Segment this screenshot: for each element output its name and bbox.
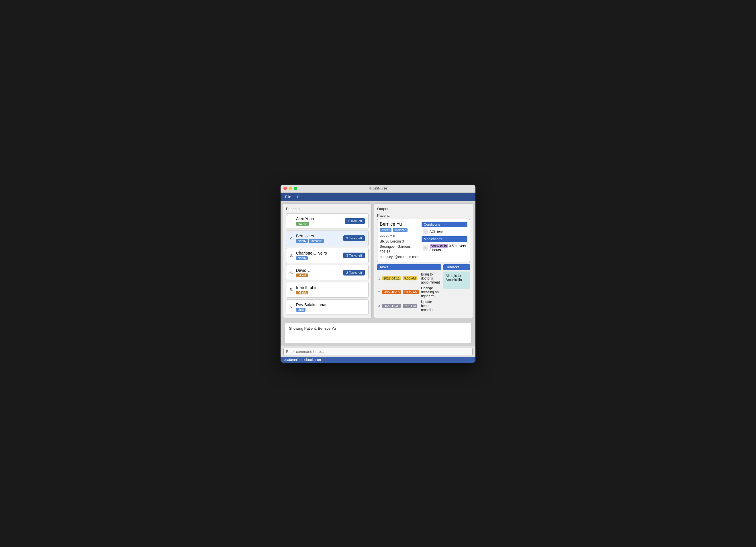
task-desc-1: Bring to doctor's appointment — [420, 271, 441, 285]
tasks-badge-3: 3 Tasks left — [343, 252, 365, 258]
remarks-box: Allergic to Amoxicillin — [443, 271, 470, 289]
task-row-2: 2 2022-10-16 10:15 AM Change dressing on… — [377, 285, 441, 299]
patient-number-3: 3. — [290, 253, 296, 257]
patient-number-1: 1. — [290, 219, 296, 223]
tag-immobile-2: immobile — [309, 239, 324, 243]
task-date-1: 2022-04-11 — [381, 271, 402, 285]
menu-file[interactable]: File — [283, 194, 293, 199]
task-time-badge-1: 9:00 AM — [403, 277, 417, 281]
status-box: Showing Patient: Bernice Yu — [285, 323, 471, 343]
patient-card-1[interactable]: 1. Alex Yeoh low risk 1 Task left — [286, 213, 369, 229]
output-panel-title: Output — [377, 207, 470, 211]
patient-card-3[interactable]: 3. Charlotte Oliveiro elderly 3 Tasks le… — [286, 248, 369, 263]
task-time-2: 10:15 AM — [402, 285, 420, 299]
traffic-lights — [283, 187, 297, 190]
command-input[interactable] — [283, 348, 473, 355]
selected-tag-immobile: immobile — [393, 228, 408, 232]
patient-number-6: 6. — [290, 305, 296, 309]
patient-name-4: David Li — [296, 268, 343, 272]
tasks-section: Tasks 1 2022-04-11 9:00 AM Bring to doct… — [377, 264, 441, 313]
status-area: Showing Patient: Bernice Yu — [281, 320, 475, 346]
patient-card-4[interactable]: 4. David Li fall risk 2 Tasks left — [286, 265, 369, 281]
patients-panel-title: Patients — [286, 207, 369, 211]
patient-address: Blk 30 Lorong 3 Serangoon Gardens, #07-1… — [380, 239, 419, 254]
tasks-remarks-area: Tasks 1 2022-04-11 9:00 AM Bring to doct… — [377, 264, 470, 313]
close-button[interactable] — [283, 187, 287, 190]
output-panel: Output Patient: Bernice Yu elderly immob… — [374, 203, 473, 318]
patient-label: Patient: — [377, 213, 470, 217]
minimize-button[interactable] — [289, 187, 292, 190]
patient-info-3: Charlotte Oliveiro elderly — [296, 251, 343, 260]
patient-list: 1. Alex Yeoh low risk 1 Task left 2. Ber… — [286, 213, 369, 315]
selected-patient-name: Bernice Yu — [380, 221, 419, 227]
tasks-badge-2: 3 Tasks left — [343, 235, 365, 241]
patient-tags-2: elderly immobile — [296, 239, 343, 243]
task-row-1: 1 2022-04-11 9:00 AM Bring to doctor's a… — [377, 271, 441, 285]
patient-tags-5: fall risk — [296, 291, 365, 295]
patient-name-2: Bernice Yu — [296, 234, 343, 238]
selected-patient-tags: elderly immobile — [380, 228, 419, 232]
patient-name-1: Alex Yeoh — [296, 216, 345, 221]
condition-number-1: 1 — [423, 229, 428, 234]
task-date-2: 2022-10-16 — [381, 285, 402, 299]
patient-phone: 99272758 — [380, 234, 419, 239]
patient-number-5: 5. — [290, 288, 296, 292]
menu-help[interactable]: Help — [295, 194, 307, 199]
title-bar: ✛ UniNurse — [281, 185, 475, 193]
main-content: Patients 1. Alex Yeoh low risk 1 Task le… — [281, 201, 475, 320]
remarks-section: Remarks Allergic to Amoxicillin — [443, 264, 470, 313]
task-desc-2: Change dressing on right arm — [420, 285, 441, 299]
patient-card-2[interactable]: 2. Bernice Yu elderly immobile 3 Tasks l… — [286, 230, 369, 246]
patient-info-1: Alex Yeoh low risk — [296, 216, 345, 225]
patient-name-3: Charlotte Oliveiro — [296, 251, 343, 255]
tag-elderly-2: elderly — [296, 239, 308, 243]
patient-card-5[interactable]: 5. Irfan Ibrahim fall risk — [286, 282, 369, 298]
file-path: ./data/uninursebook.json — [283, 358, 321, 362]
patient-name-6: Roy Balakrishnan — [296, 303, 365, 307]
tasks-badge-1: 1 Task left — [345, 218, 365, 224]
patient-tags-1: low risk — [296, 222, 345, 225]
patient-tags-3: elderly — [296, 256, 343, 260]
selected-tag-elderly: elderly — [380, 228, 391, 232]
task-date-badge-1: 2022-04-11 — [382, 277, 401, 281]
patient-card-6[interactable]: 6. Roy Balakrishnan child — [286, 299, 369, 315]
status-text: Showing Patient: Bernice Yu — [289, 326, 336, 331]
task-num-1: 1 — [377, 271, 381, 285]
tag-fall-risk-4: fall risk — [296, 274, 308, 277]
tasks-table: 1 2022-04-11 9:00 AM Bring to doctor's a… — [377, 271, 441, 313]
conditions-header: Conditions — [422, 221, 467, 227]
task-time-badge-2: 10:15 AM — [403, 290, 418, 294]
remarks-header: Remarks — [443, 264, 470, 270]
tag-low-risk-1: low risk — [296, 222, 309, 225]
tasks-badge-4: 2 Tasks left — [343, 270, 365, 276]
patient-detail-right: Conditions 1 ACL tear Medications 1 Amox… — [422, 221, 467, 259]
patient-info-5: Irfan Ibrahim fall risk — [296, 285, 365, 295]
tag-fall-risk-5: fall risk — [296, 291, 308, 295]
patient-email: berniceyu@example.com — [380, 254, 419, 259]
maximize-button[interactable] — [294, 187, 297, 190]
task-date-3: 2022-12-31 — [381, 299, 402, 313]
patients-panel: Patients 1. Alex Yeoh low risk 1 Task le… — [283, 203, 372, 318]
patient-detail-box: Bernice Yu elderly immobile 99272758 Blk… — [377, 219, 470, 262]
task-num-2: 2 — [377, 285, 381, 299]
task-date-badge-3: 2022-12-31 — [382, 304, 401, 308]
medication-highlight-1: Amoxicillin — [430, 244, 448, 248]
command-bar — [281, 346, 475, 357]
patient-info-6: Roy Balakrishnan child — [296, 303, 365, 312]
patient-contact: 99272758 Blk 30 Lorong 3 Serangoon Garde… — [380, 234, 419, 259]
task-time-badge-3: 1:00 PM — [403, 304, 417, 308]
task-date-badge-2: 2022-10-16 — [382, 290, 401, 294]
task-row-3: 3 2022-12-31 1:00 PM Update health recor… — [377, 299, 441, 313]
tag-elderly-3: elderly — [296, 256, 308, 260]
tasks-header: Tasks — [377, 264, 441, 270]
medication-item-1: 1 Amoxicillin 0.5 g every 8 hours — [422, 243, 467, 252]
patient-info-2: Bernice Yu elderly immobile — [296, 234, 343, 243]
medications-header: Medications — [422, 236, 467, 242]
file-bar: ./data/uninursebook.json — [281, 357, 475, 363]
menu-bar: File Help — [281, 193, 475, 201]
window-title: ✛ UniNurse — [369, 186, 387, 190]
task-time-1: 9:00 AM — [402, 271, 420, 285]
patient-info-4: David Li fall risk — [296, 268, 343, 277]
patient-tags-6: child — [296, 308, 365, 312]
medication-content-1: Amoxicillin 0.5 g every 8 hours — [430, 244, 466, 252]
